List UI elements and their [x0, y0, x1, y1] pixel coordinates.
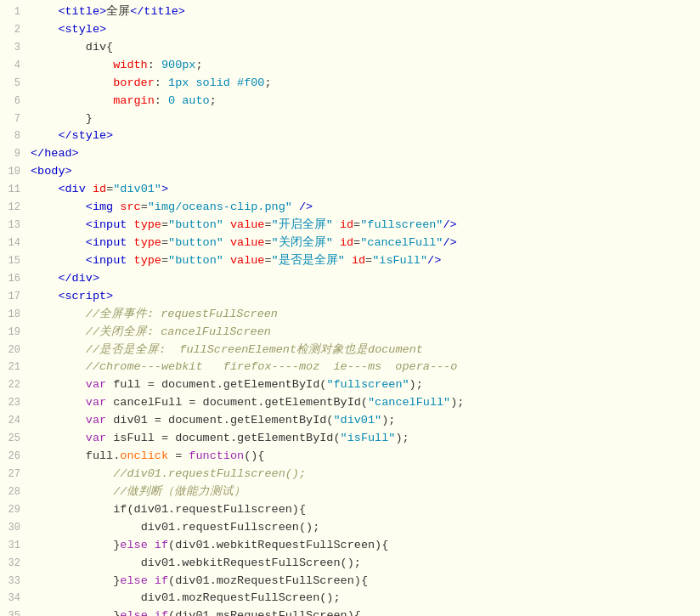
token-plain	[223, 254, 230, 267]
line-content: }else if(div01.msRequestFullScreen){	[31, 608, 700, 616]
line-number: 1	[0, 4, 31, 20]
line-content: var full = document.getElementById("full…	[31, 376, 700, 394]
code-line: 15 <input type="button" value="是否是全屏" id…	[0, 252, 700, 270]
line-number: 3	[0, 40, 31, 56]
token-string: "isFull"	[341, 432, 396, 444]
line-content: //全屏事件: requestFullScreen	[31, 306, 700, 324]
line-number: 21	[0, 359, 31, 376]
code-line: 17 <script>	[0, 288, 700, 306]
code-line: 25 var isFull = document.getElementById(…	[0, 430, 700, 448]
token-plain: =	[161, 218, 168, 231]
token-plain: );	[395, 432, 409, 444]
token-plain: div01.mozRequestFullScreen();	[141, 591, 341, 604]
code-line: 10<body>	[0, 163, 700, 181]
token-plain: :	[155, 94, 168, 107]
token-plain: =	[353, 236, 360, 249]
token-plain: );	[450, 396, 464, 409]
token-attr-name: value	[230, 236, 265, 249]
token-plain: div01 = document.getElementById(	[106, 414, 333, 427]
token-tag: />	[443, 236, 456, 249]
token-attr-name: id	[93, 183, 106, 195]
code-line: 27 //div01.requestFullscreen();	[0, 466, 700, 483]
code-line: 6 margin: 0 auto;	[0, 93, 700, 110]
line-number: 25	[0, 431, 31, 447]
line-number: 19	[0, 325, 31, 341]
token-plain: ;	[264, 76, 271, 89]
line-content: border: 1px solid #f00;	[31, 75, 700, 93]
code-line: 23 var cancelFull = document.getElementB…	[0, 394, 700, 412]
token-comment: //div01.requestFullscreen();	[113, 467, 306, 480]
token-tag: />	[427, 254, 441, 267]
token-attr-name: id	[352, 254, 365, 267]
token-plain: }	[86, 112, 93, 125]
token-string: "fullscreen"	[360, 218, 443, 231]
line-content: var isFull = document.getElementById("is…	[31, 430, 700, 448]
token-plain	[345, 254, 352, 267]
token-plain: :	[155, 76, 168, 89]
token-plain: div01.webkitRequestFullScreen();	[141, 557, 361, 569]
token-plain: (div01.webkitRequestFullScreen){	[168, 539, 388, 551]
code-line: 19 //关闭全屏: cancelFullScreen	[0, 324, 700, 342]
line-content: margin: 0 auto;	[31, 93, 700, 110]
token-plain: 全屏	[106, 5, 130, 18]
token-tag: <input	[86, 218, 127, 231]
line-content: var cancelFull = document.getElementById…	[31, 394, 700, 412]
token-string: "是否是全屏"	[272, 254, 345, 267]
token-attr-name: type	[134, 236, 161, 249]
token-plain	[292, 201, 299, 213]
token-tag: />	[443, 218, 456, 231]
line-content: //chrome---webkit firefox----moz ie---ms…	[31, 359, 700, 376]
line-number: 34	[0, 591, 31, 607]
line-number: 15	[0, 253, 31, 269]
code-line: 12 <img src="img/oceans-clip.png" />	[0, 199, 700, 217]
line-content: width: 900px;	[31, 57, 700, 75]
token-keyword: else if	[120, 609, 168, 616]
token-plain: =	[353, 218, 360, 231]
token-attr-name: border	[113, 76, 155, 89]
line-number: 28	[0, 484, 31, 500]
token-string: "cancelFull"	[360, 236, 443, 249]
token-plain	[127, 236, 133, 249]
line-content: }else if(div01.webkitRequestFullScreen){	[31, 537, 700, 555]
line-number: 27	[0, 466, 31, 483]
token-plain: =	[264, 218, 271, 231]
token-string: "关闭全屏"	[272, 236, 333, 249]
token-plain: =	[168, 449, 189, 462]
token-tag: <img	[86, 201, 113, 213]
line-content: <input type="button" value="开启全屏" id="fu…	[31, 217, 700, 235]
token-keyword: function	[189, 449, 244, 462]
line-content: <div id="div01">	[31, 181, 700, 199]
code-line: 22 var full = document.getElementById("f…	[0, 376, 700, 394]
token-keyword: var	[86, 414, 106, 427]
token-attr-name: type	[134, 218, 161, 231]
code-line: 24 var div01 = document.getElementById("…	[0, 412, 700, 430]
token-tag: <input	[86, 254, 127, 267]
code-line: 3 div{	[0, 39, 700, 57]
token-plain: =	[161, 236, 168, 249]
token-attr-name: src	[120, 201, 140, 213]
token-plain: div01.requestFullscreen();	[141, 521, 320, 534]
token-plain: =	[264, 236, 271, 249]
token-string: "img/oceans-clip.png"	[148, 201, 292, 213]
line-number: 6	[0, 93, 31, 110]
code-line: 1 <title>全屏</title>	[0, 3, 700, 21]
line-content: <img src="img/oceans-clip.png" />	[31, 199, 700, 217]
token-plain	[223, 218, 230, 231]
line-content: div{	[31, 39, 700, 57]
token-attr-name: value	[230, 254, 265, 267]
token-plain: (){	[244, 449, 264, 462]
code-line: 34 div01.mozRequestFullScreen();	[0, 590, 700, 608]
line-number: 4	[0, 58, 31, 74]
line-number: 33	[0, 574, 31, 590]
token-plain: div{	[86, 41, 113, 54]
token-plain: (div01.msRequestFullScreen){	[168, 609, 361, 616]
token-plain: full = document.getElementById(	[106, 378, 326, 391]
token-plain: :	[148, 59, 161, 71]
token-plain: ;	[195, 59, 202, 71]
token-attr-name: id	[340, 218, 353, 231]
line-number: 14	[0, 235, 31, 251]
line-content: </div>	[31, 270, 700, 288]
line-content: div01.mozRequestFullScreen();	[31, 590, 700, 608]
code-line: 21 //chrome---webkit firefox----moz ie--…	[0, 359, 700, 376]
code-line: 29 if(div01.requestFullscreen){	[0, 501, 700, 519]
